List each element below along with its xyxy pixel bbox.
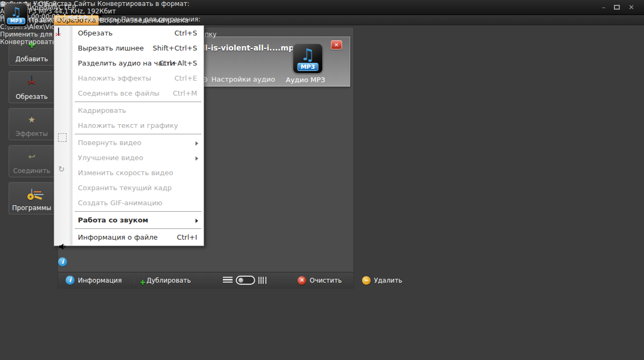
close-button[interactable]: ✕	[628, 4, 634, 11]
menu-item-apply-effects[interactable]: Наложить эффекты Ctrl+E	[54, 71, 204, 86]
sidebar-trim-button[interactable]: ✂ Обрезать	[9, 71, 55, 103]
tab-devices[interactable]: Устройства	[33, 0, 72, 8]
file-name: ll-is-violent-all-i....mp3	[202, 44, 299, 52]
menu-item-split-audio[interactable]: Разделить аудио на части Ctrl+Alt+S	[54, 56, 204, 71]
format-detail-1: MP3	[39, 8, 52, 15]
format-mp3-icon: ♫ MP3	[4, 3, 28, 27]
submenu-arrow-icon	[196, 141, 198, 146]
menu-item-create-gif[interactable]: Создать GIF-анимацию	[54, 196, 204, 211]
file-type-label: Аудио MP3	[286, 76, 325, 84]
info-button[interactable]: i Информация	[66, 276, 122, 285]
convert-button[interactable]: Конвертировать	[0, 38, 58, 46]
list-view-icon[interactable]	[223, 277, 233, 284]
menu-separator	[75, 102, 201, 102]
menu-item-file-info[interactable]: Информация о файле Ctrl+I	[54, 230, 204, 245]
sidebar-join-button[interactable]: ↩ Соединить	[9, 145, 55, 177]
duplicate-button[interactable]: ✚ Дублировать	[134, 276, 191, 284]
mp3-file-icon: ♫ MP3	[293, 44, 323, 74]
tab-sites[interactable]: Сайты	[74, 0, 96, 8]
audio-settings-link[interactable]: ⚙ Настройки аудио	[201, 75, 275, 83]
menu-separator	[75, 228, 201, 229]
menu-separator	[75, 211, 201, 212]
file-info-menu-icon: i	[58, 257, 67, 267]
view-toggle[interactable]	[236, 276, 255, 285]
sidebar-effects-button[interactable]: ★ Эффекты	[9, 108, 55, 140]
remove-file-button[interactable]: ✕	[331, 40, 342, 49]
menu-item-work-with-sound[interactable]: Работа со звуком	[54, 213, 204, 228]
duplicate-icon: ✚	[134, 276, 143, 284]
maximize-button[interactable]	[614, 5, 620, 10]
menu-item-trim[interactable]: Обрезать Ctrl+S	[54, 26, 204, 41]
grid-view-icon[interactable]	[258, 277, 267, 284]
minimize-button[interactable]: –	[602, 4, 606, 11]
sidebar-programs-button[interactable]: Программы	[9, 182, 55, 214]
delete-button[interactable]: − Удалить	[362, 276, 402, 285]
trim-menu-icon: ✂	[58, 28, 59, 35]
gear-icon: ⚙	[71, 15, 78, 23]
effects-icon: ★	[31, 113, 32, 120]
videomaster-window: ВидеоМАСТЕР – ✕ Файл Правка Обработка Во…	[0, 0, 644, 360]
menu-item-change-speed[interactable]: Изменить скорость видео	[54, 165, 204, 181]
format-selector[interactable]: ♫ MP3 Аудио MP3 MP3 44,1 KHz, 192Кбит	[0, 8, 216, 15]
info-icon: i	[66, 276, 75, 285]
menu-item-join-files[interactable]: Соединить все файлы Ctrl+M	[54, 86, 204, 101]
submenu-arrow-icon	[196, 156, 198, 161]
menu-item-rotate-video[interactable]: Повернуть видео	[54, 135, 204, 150]
trim-icon: ✂	[31, 76, 32, 83]
format-section-label: Конвертировать в формат:	[97, 0, 189, 8]
submenu-arrow-icon	[196, 219, 198, 223]
programs-icon	[31, 189, 32, 197]
delete-icon: −	[362, 276, 371, 285]
clear-icon: ✕	[298, 276, 306, 285]
clear-button[interactable]: ✕ Очистить	[298, 276, 342, 285]
menu-item-save-frame[interactable]: Сохранить текущий кадр	[54, 181, 204, 196]
crop-menu-icon	[58, 133, 67, 142]
folder-section-label: Папка для сохранения:	[121, 16, 200, 23]
list-toolbar: i Информация ✚ Дублировать ✕ Очистить	[58, 272, 353, 288]
menu-item-crop[interactable]: Кадрировать	[54, 103, 204, 118]
join-icon: ↩	[31, 150, 32, 157]
menu-item-text-graphics[interactable]: Наложить текст и графику	[54, 118, 204, 133]
sound-menu-icon	[58, 242, 68, 253]
processing-menu: ✂ ↻ i Обрезать Ctrl+S Вырезать лишнее Sh…	[54, 25, 204, 246]
menu-item-cut-extra[interactable]: Вырезать лишнее Shift+Ctrl+S	[54, 41, 204, 56]
rotate-menu-icon: ↻	[58, 165, 65, 174]
parameters-button[interactable]: ⚙ Параметры	[71, 16, 121, 23]
menu-item-enhance-video[interactable]: Улучшение видео	[54, 150, 204, 165]
format-detail-2: 44,1 KHz, 192Кбит	[54, 8, 116, 15]
menu-separator	[75, 134, 201, 134]
